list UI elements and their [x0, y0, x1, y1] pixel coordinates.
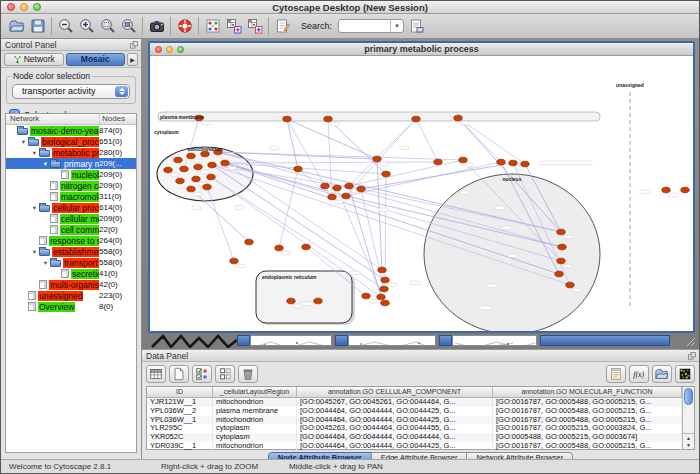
network-node[interactable] [681, 187, 689, 193]
network-view-window[interactable]: primary metabolic process plasma membran… [148, 41, 695, 333]
network-node[interactable] [230, 258, 238, 264]
column-header-cellular-component[interactable]: annotation.GO CELLULAR_COMPONENT [297, 387, 493, 397]
app-titlebar[interactable]: Cytoscape Desktop (New Session) [1, 1, 699, 14]
tree-row[interactable]: ▾ biological_process 651(0) [6, 136, 136, 147]
background-window-preview[interactable] [250, 335, 332, 346]
disclosure-triangle-icon[interactable]: ▾ [30, 149, 39, 157]
network-edge[interactable] [385, 174, 386, 280]
tree-row[interactable]: nitrogen compo 209(0) [6, 180, 136, 191]
table-scrollbar[interactable]: ▲ ▼ [682, 387, 694, 449]
formula-icon[interactable]: f(x) [629, 365, 649, 383]
resize-grip-icon[interactable] [685, 336, 696, 347]
network-node[interactable] [208, 162, 216, 168]
zoom-in-icon[interactable] [76, 16, 97, 37]
background-window-preview[interactable] [348, 335, 436, 346]
network-node[interactable] [207, 174, 215, 180]
float-icon[interactable] [129, 40, 139, 50]
notes-icon[interactable] [606, 365, 626, 383]
table-import-a-icon[interactable] [223, 16, 244, 37]
network-node[interactable] [459, 157, 467, 163]
network-node[interactable] [557, 258, 565, 264]
network-edge[interactable] [225, 162, 438, 163]
network-node[interactable] [283, 116, 291, 122]
network-edge[interactable] [218, 152, 463, 160]
disclosure-triangle-icon[interactable]: ▾ [41, 259, 50, 267]
network-edge[interactable] [377, 159, 382, 270]
save-icon[interactable] [27, 16, 48, 37]
disclosure-triangle-icon[interactable]: ▾ [30, 248, 39, 256]
tab-mosaic[interactable]: Mosaic [66, 53, 126, 66]
tree-row[interactable]: cellular metabo 209(0) [6, 213, 136, 224]
tree-row[interactable]: Overview 8(0) [6, 301, 136, 312]
search-dropdown-arrow-icon[interactable]: ▾ [390, 20, 403, 32]
tree-row[interactable]: nucleobase- 209(0) [6, 169, 136, 180]
scroll-down-icon[interactable]: ▼ [686, 442, 691, 449]
network-node[interactable] [373, 156, 381, 162]
disclosure-triangle-icon[interactable]: ▾ [30, 204, 39, 212]
disclosure-triangle-icon[interactable]: ▾ [19, 138, 28, 146]
background-window-titlebar[interactable] [335, 335, 348, 346]
network-node[interactable] [180, 166, 188, 172]
network-node[interactable] [345, 183, 353, 189]
network-node[interactable] [245, 239, 253, 245]
network-canvas[interactable]: plasma membranecytoplasmmitochondrionnuc… [150, 56, 693, 331]
scroll-up-icon[interactable]: ▲ [686, 435, 691, 442]
table-row[interactable]: YJR121W__1 mitochondrion [GO:0045267, GO… [147, 398, 682, 407]
zoom-out-icon[interactable] [55, 16, 76, 37]
network-node[interactable] [176, 178, 184, 184]
vizmapper-icon[interactable] [202, 16, 223, 37]
network-node[interactable] [377, 294, 385, 300]
table-row[interactable]: YLR295C cytoplasm [GO:0045263, GO:004446… [147, 424, 682, 433]
table-row[interactable]: YPL036W__2 plasma membrane [GO:0044464, … [147, 407, 682, 416]
tree-row[interactable]: ▾ metabolic process 280(0) [6, 147, 136, 158]
tree-row[interactable]: mosaic-demo-yeast 874(0) [6, 125, 136, 136]
network-edge[interactable] [287, 119, 298, 169]
node-color-attribute-select[interactable]: transporter activity [12, 84, 130, 99]
network-edge[interactable] [225, 163, 382, 270]
network-node[interactable] [509, 160, 517, 166]
network-node[interactable] [287, 298, 295, 304]
network-edge[interactable] [416, 119, 438, 162]
tab-scroll-right-button[interactable]: ▶ [127, 53, 138, 66]
open-icon[interactable] [6, 16, 27, 37]
table-row[interactable]: YDR039C__1 mitochondrion [GO:0044464, GO… [147, 442, 682, 451]
network-node[interactable] [221, 160, 229, 166]
table-row[interactable]: YKR052C cytoplasm [GO:0044464, GO:004444… [147, 433, 682, 442]
network-node[interactable] [412, 116, 420, 122]
tree-row[interactable]: ▾ transport 558(0) [6, 257, 136, 268]
network-node[interactable] [192, 176, 200, 182]
background-window-preview[interactable] [452, 335, 537, 346]
network-node[interactable] [454, 115, 462, 121]
snapshot-icon[interactable] [146, 16, 167, 37]
network-node[interactable] [381, 300, 389, 306]
select-attributes-icon[interactable] [192, 365, 212, 383]
network-node[interactable] [362, 293, 370, 299]
tree-row[interactable]: cell communicat 22(0) [6, 224, 136, 235]
network-node[interactable] [662, 187, 670, 193]
tree-row[interactable]: ▾ primary metabo 209(... [6, 158, 136, 169]
network-node[interactable] [314, 298, 322, 304]
tree-row[interactable]: response to stimul 264(0) [6, 235, 136, 246]
network-node[interactable] [187, 186, 195, 192]
network-node[interactable] [194, 164, 202, 170]
network-node[interactable] [380, 286, 388, 292]
network-node[interactable] [324, 116, 332, 122]
disclosure-triangle-icon[interactable]: ▾ [41, 160, 50, 168]
network-node[interactable] [434, 159, 442, 165]
tree-row[interactable]: macromolecule 311(0) [6, 191, 136, 202]
network-edge[interactable] [349, 160, 463, 186]
network-node[interactable] [357, 186, 365, 192]
network-node[interactable] [333, 185, 341, 191]
network-node[interactable] [302, 244, 310, 250]
import-attributes-icon[interactable] [652, 365, 672, 383]
annotation-icon[interactable] [272, 16, 293, 37]
help-ring-icon[interactable] [174, 16, 195, 37]
table-row[interactable]: YPL036W__1 mitochondrion [GO:0044464, GO… [147, 416, 682, 425]
network-node[interactable] [497, 159, 505, 165]
column-header-molecular-function[interactable]: annotation.GO MOLECULAR_FUNCTION [493, 387, 682, 397]
network-node[interactable] [328, 194, 336, 200]
table-import-b-icon[interactable] [244, 16, 265, 37]
tree-row[interactable]: multi-organism pro 42(0) [6, 279, 136, 290]
network-node[interactable] [294, 166, 302, 172]
network-node[interactable] [382, 171, 390, 177]
